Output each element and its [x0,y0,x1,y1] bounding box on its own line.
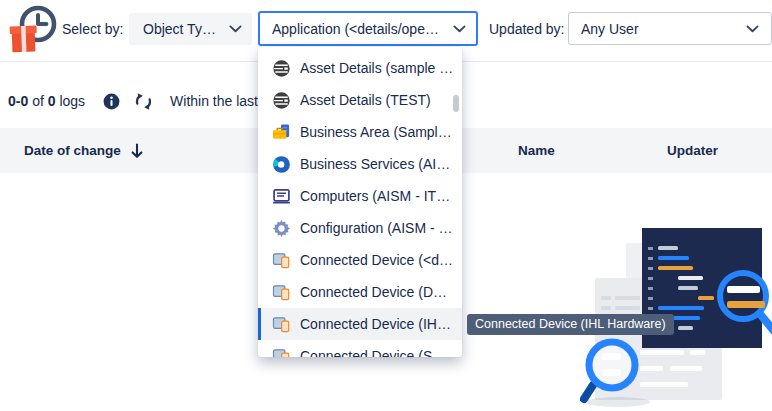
object-history-panel: Select by: Object Types Application (<de… [0,0,772,411]
object-type-dropdown-menu: Asset Details (sample … Asset Details (T… [258,47,462,357]
object-type-dropdown[interactable]: Application (<details/ope… [258,11,478,46]
connected-device-icon [272,315,291,334]
chevron-down-icon [746,25,759,33]
dropdown-item[interactable]: Computers (AISM - ITS… [258,180,462,212]
dropdown-item[interactable]: Configuration (AISM - I… [258,212,462,244]
configuration-icon [272,219,291,238]
info-icon[interactable] [103,93,120,110]
dropdown-item[interactable]: Asset Details (TEST) [258,84,462,116]
user-dropdown[interactable]: Any User [568,12,772,45]
refresh-icon[interactable] [133,91,154,112]
connected-device-icon [272,283,291,302]
chevron-down-icon [453,25,466,33]
column-header-updater[interactable]: Updater [667,128,718,173]
within-last-label: Within the last [170,93,258,109]
column-header-name[interactable]: Name [518,128,555,173]
updated-by-label: Updated by: [489,21,565,37]
column-header-date-of-change[interactable]: Date of change [24,128,144,173]
dropdown-item-highlighted[interactable]: Connected Device (IHL… [258,308,462,340]
connected-device-icon [272,251,291,270]
dropdown-item[interactable]: Connected Device (<d… [258,244,462,276]
business-area-icon [272,123,291,142]
dropdown-item[interactable]: Business Area (Sampl… [258,116,462,148]
dropdown-item[interactable]: Business Services (AIS… [258,148,462,180]
asset-details-icon [272,91,291,110]
mode-dropdown[interactable]: Object Types [129,13,252,45]
user-dropdown-value: Any User [581,21,639,37]
select-by-label: Select by: [62,21,123,37]
dropdown-item[interactable]: Connected Device (DE… [258,276,462,308]
log-toolbar: 0-0 of 0 logs Within the last [8,90,258,112]
arrow-down-icon [130,143,144,159]
mode-dropdown-value: Object Types [143,21,221,37]
chevron-down-icon [229,25,242,33]
computers-icon [272,187,291,206]
dropdown-item[interactable]: Asset Details (sample … [258,52,462,84]
dropdown-scrollbar-thumb[interactable] [453,95,459,112]
pagination-summary: 0-0 of 0 logs [8,93,85,109]
connected-device-icon [272,347,291,358]
dropdown-item[interactable]: Connected Device (S… [258,340,462,357]
business-services-icon [272,155,291,174]
object-type-dropdown-value: Application (<details/ope… [272,21,439,37]
asset-details-icon [272,59,291,78]
tooltip: Connected Device (IHL Hardware) [467,314,674,335]
object-history-clock-package-icon [8,3,60,63]
